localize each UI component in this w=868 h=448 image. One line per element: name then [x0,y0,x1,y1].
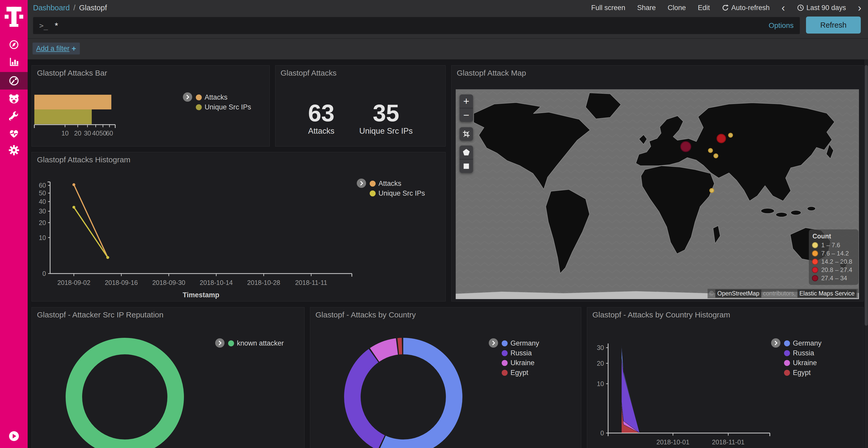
draw-polygon-button[interactable] [460,145,473,159]
zoom-in-button[interactable]: + [460,95,473,108]
attack-map[interactable]: + − [456,89,859,299]
breadcrumb-dashboard[interactable]: Dashboard [33,4,70,12]
options-link[interactable]: Options [769,22,794,30]
legend-item-egypt[interactable]: Egypt [784,368,822,378]
sidebar-item-dashboard[interactable] [0,72,28,90]
panel-title: Glastopf Attack Map [457,69,526,77]
svg-text:50: 50 [99,130,107,137]
clone-button[interactable]: Clone [668,4,686,12]
filter-bar: Add a filter + [28,39,868,59]
svg-text:40: 40 [92,130,99,137]
refresh-button[interactable]: Refresh [806,16,861,34]
map-attribution: © OpenStreetMap contributors, Elastic Ma… [708,289,858,298]
reputation-donut-chart[interactable] [32,307,305,448]
sidebar-item-dev-tools[interactable] [0,108,28,126]
sidebar-item-visualize[interactable] [0,53,28,71]
legend-toggle-button[interactable] [771,338,780,348]
sidebar-item-monitoring[interactable] [0,125,28,142]
sidebar [0,0,28,448]
add-filter-button[interactable]: Add a filter + [33,43,80,55]
svg-text:60: 60 [106,130,113,137]
panel-attacks-by-country: Glastopf - Attacks by Country Germany Ru… [310,307,581,448]
breadcrumb-separator: / [73,4,75,12]
panel-attacks-metric: Glastopf Attacks 63 Attacks 35 Unique Sr… [275,65,445,146]
legend-toggle-button[interactable] [489,338,498,348]
svg-text:2018-09-02: 2018-09-02 [57,279,90,286]
legend-item-known-attacker[interactable]: known attacker [228,338,284,348]
scrollbar-track[interactable] [864,39,868,448]
openstreetmap-link[interactable]: OpenStreetMap [715,289,761,298]
time-forward-button[interactable]: › [858,3,861,13]
range-dot [812,267,818,273]
panel-title: Glastopf - Attacker Src IP Reputation [37,310,163,319]
edit-button[interactable]: Edit [698,4,710,12]
sidebar-item-discover[interactable] [0,36,28,54]
plus-icon: + [71,44,76,53]
nav-actions: Full screen Share Clone Edit Auto-refres… [591,3,861,13]
panel-title: Glastopf Attacks Bar [37,69,107,77]
map-legend-row: 20.8 – 27.4 [809,266,859,274]
map-fit-control [460,127,473,141]
auto-refresh-button[interactable]: Auto-refresh [722,4,770,12]
legend-dot [502,350,507,356]
scrollbar-thumb[interactable] [865,65,868,326]
zoom-out-button[interactable]: − [460,108,473,122]
legend-label: Russia [510,349,532,357]
share-button[interactable]: Share [637,4,656,12]
sidebar-item-management[interactable] [0,141,28,159]
time-picker-button[interactable]: Last 90 days [797,4,846,12]
sidebar-item-bear[interactable] [0,90,28,108]
polygon-icon [462,148,470,156]
square-icon [462,162,470,170]
fit-bounds-button[interactable] [460,127,473,141]
elastic-maps-service-link[interactable]: Elastic Maps Service [798,289,857,298]
legend-item-attacks[interactable]: Attacks [370,179,425,188]
bar-chart-icon [8,57,20,67]
map-count-legend: Count 1 – 7.6 7.6 – 14.2 14.2 – 20.8 20.… [809,230,859,285]
legend-item-unique-src-ips[interactable]: Unique Src IPs [370,188,425,198]
legend-item-unique-src-ips[interactable]: Unique Src IPs [196,102,251,112]
svg-text:30: 30 [84,130,91,137]
legend-item-ukraine[interactable]: Ukraine [784,358,822,368]
svg-text:20: 20 [74,130,82,137]
legend-label: Germany [510,339,539,347]
attacks-histogram-chart[interactable]: 01020304050602018-09-022018-09-162018-09… [32,152,445,302]
time-back-button[interactable]: ‹ [781,3,785,13]
legend-dot [502,340,507,346]
legend-item-egypt[interactable]: Egypt [502,368,539,378]
legend-label: Egypt [510,369,528,377]
legend-item-germany[interactable]: Germany [784,338,822,348]
legend-item-russia[interactable]: Russia [784,348,822,358]
legend-toggle-button[interactable] [215,338,224,348]
legend-label: Unique Src IPs [378,189,425,198]
svg-text:0: 0 [42,270,46,277]
legend-item-ukraine[interactable]: Ukraine [502,358,539,368]
gear-icon [8,144,20,156]
svg-text:2018-11-11: 2018-11-11 [295,279,327,286]
legend-item-attacks[interactable]: Attacks [196,92,251,102]
panel-src-ip-reputation: Glastopf - Attacker Src IP Reputation kn… [32,307,305,448]
svg-text:20: 20 [39,219,46,226]
fullscreen-button[interactable]: Full screen [591,4,625,12]
svg-text:30: 30 [597,344,604,351]
bear-icon [8,93,20,105]
legend-toggle-button[interactable] [183,92,192,102]
search-bar: >_ * Options Refresh [28,15,868,39]
country-donut-chart[interactable] [310,307,581,448]
svg-text:2018-10-01: 2018-10-01 [656,439,689,446]
add-filter-label: Add a filter [36,45,69,53]
draw-rectangle-button[interactable] [460,159,473,173]
compass-icon [8,39,20,50]
chevron-right-icon [359,181,364,186]
heart-pulse-icon [8,128,20,139]
map-legend-row: 1 – 7.6 [809,241,859,249]
legend-toggle-button[interactable] [357,179,366,188]
sidebar-expand-button[interactable] [9,431,19,442]
legend-item-russia[interactable]: Russia [502,348,539,358]
telekom-logo[interactable] [5,6,23,29]
country-histogram-chart[interactable]: 01020302018-10-012018-11-01Timestamp [587,307,864,448]
legend-item-germany[interactable]: Germany [502,338,539,348]
legend-dot [196,95,202,100]
search-input[interactable]: >_ * Options [33,17,800,34]
legend-dot [784,370,790,376]
